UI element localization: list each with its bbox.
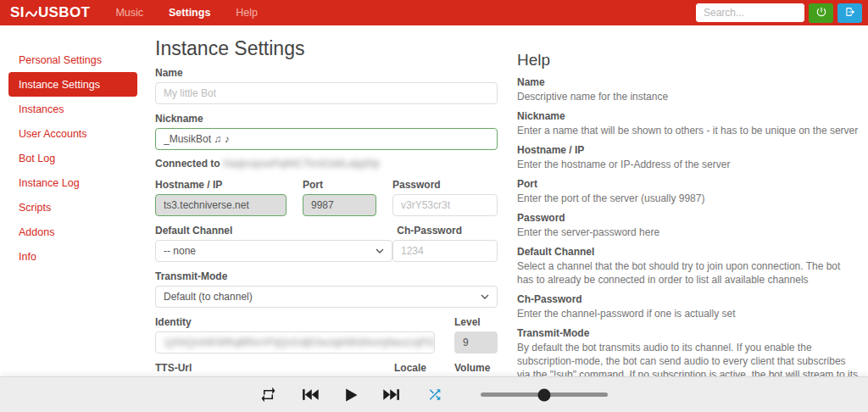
help-term: Port [517, 178, 860, 190]
power-icon [815, 6, 827, 20]
host-port-password-labels: Hostname / IP Port Password [155, 170, 498, 191]
play-icon [342, 387, 359, 404]
default-channel-select[interactable]: -- none [155, 240, 392, 262]
menu-item-music[interactable]: Music [115, 7, 143, 19]
repeat-icon [260, 387, 276, 403]
host-port-password-inputs [155, 191, 498, 216]
help-term: Transmit-Mode [517, 327, 860, 339]
sidebar-item-addons[interactable]: Addons [8, 220, 137, 244]
logout-button[interactable] [837, 3, 862, 23]
play-button[interactable] [342, 387, 359, 404]
volume-slider-thumb[interactable] [538, 388, 551, 401]
nickname-label: Nickname [155, 113, 498, 125]
app-logo[interactable]: SI USBOT [0, 4, 103, 21]
transmit-mode-label: Transmit-Mode [155, 270, 498, 282]
help-desc: Enter a name that will be shown to other… [517, 124, 860, 137]
page-title: Instance Settings [155, 37, 498, 60]
default-channel-selected-value: -- none [164, 245, 196, 257]
name-input[interactable] [155, 82, 498, 104]
help-term: Default Channel [517, 246, 860, 258]
sidebar: Personal Settings Instance Settings Inst… [0, 25, 144, 269]
nickname-input[interactable] [155, 128, 498, 150]
help-desc: Descriptive name for the instance [517, 90, 860, 103]
main-menu: Music Settings Help [115, 7, 258, 19]
help-term: Hostname / IP [517, 144, 860, 156]
help-desc: Enter the channel-password if one is act… [517, 307, 860, 320]
identity-level-inputs: 1jXNQmNKWRqBfNvVFtjQvG4jE0wJqbNKbNvmjNwu… [155, 328, 498, 354]
help-panel: Help Name Descriptive name for the insta… [517, 25, 860, 395]
volume-slider[interactable] [481, 388, 608, 402]
power-button[interactable] [809, 3, 833, 23]
port-label: Port [303, 179, 376, 191]
help-term: Name [517, 76, 860, 88]
tts-url-label: TTS-Url [155, 362, 394, 374]
sidebar-item-instances[interactable]: Instances [8, 97, 137, 121]
sidebar-item-personal-settings[interactable]: Personal Settings [8, 47, 137, 72]
repeat-button[interactable] [260, 387, 276, 403]
navbar: SI USBOT Music Settings Help [0, 0, 868, 25]
ch-password-label: Ch-Password [397, 225, 498, 237]
volume-label: Volume [454, 362, 498, 374]
locale-label: Locale [394, 362, 454, 374]
shuffle-icon [426, 387, 444, 403]
channel-inputs: -- none [155, 237, 498, 262]
identity-input[interactable]: 1jXNQmNKWRqBfNvVFtjQvG4jE0wJqbNKbNvmjNwu… [155, 331, 435, 354]
transmit-mode-select[interactable]: Default (to channel) [155, 286, 498, 308]
identity-level-labels: Identity Level [155, 308, 498, 328]
help-desc: Enter the port of the server (usually 99… [517, 192, 860, 205]
tts-locale-volume-labels: TTS-Url Locale Volume [155, 354, 498, 374]
navbar-right [696, 3, 868, 23]
sign-out-icon [844, 6, 856, 20]
sidebar-item-scripts[interactable]: Scripts [8, 195, 137, 220]
next-button[interactable] [382, 387, 403, 403]
sidebar-item-user-accounts[interactable]: User Accounts [8, 121, 137, 146]
ch-password-input[interactable] [392, 240, 498, 262]
instance-settings-form: Instance Settings Name Nickname Connecte… [155, 25, 498, 374]
player-bar [0, 376, 868, 412]
logo-text-suffix: USBOT [38, 4, 91, 21]
password-label: Password [392, 179, 498, 191]
previous-track-icon [299, 387, 320, 403]
previous-button[interactable] [299, 387, 320, 403]
identity-value-redacted: 1jXNQmNKWRqBfNvVFtjQvG4jE0wJqbNKbNvmjNwu… [164, 337, 435, 348]
sidebar-item-instance-log[interactable]: Instance Log [8, 170, 137, 195]
level-label: Level [454, 316, 498, 328]
next-track-icon [382, 387, 403, 403]
password-input[interactable] [392, 194, 498, 216]
sine-wave-icon [25, 8, 37, 19]
shuffle-button[interactable] [426, 387, 444, 403]
help-desc: Enter the server-password here [517, 225, 860, 239]
port-input[interactable] [303, 194, 376, 216]
connected-to-line: Connected to HaqkvqiswPqtMCTkntGddLatjqt… [155, 158, 498, 170]
help-term: Password [517, 212, 860, 224]
search-input[interactable] [696, 3, 804, 22]
chevron-down-icon [376, 245, 384, 257]
connected-to-label: Connected to [155, 158, 220, 170]
menu-item-help[interactable]: Help [236, 7, 258, 19]
help-desc: Select a channel that the bot should try… [517, 259, 860, 287]
default-channel-label: Default Channel [155, 225, 397, 237]
hostname-label: Hostname / IP [155, 179, 287, 191]
connected-server-redacted: HaqkvqiswPqtMCTkntGddLatjqtNjr [223, 158, 380, 170]
help-term: Ch-Password [517, 293, 860, 305]
logo-text-prefix: SI [10, 4, 25, 21]
sidebar-item-bot-log[interactable]: Bot Log [8, 146, 137, 170]
menu-item-settings[interactable]: Settings [169, 7, 210, 19]
help-title: Help [517, 51, 860, 70]
transmit-mode-selected-value: Default (to channel) [164, 291, 253, 303]
sidebar-item-info[interactable]: Info [8, 244, 137, 269]
sidebar-item-instance-settings[interactable]: Instance Settings [8, 72, 137, 97]
name-label: Name [155, 67, 498, 79]
help-desc: Enter the hostname or IP-Address of the … [517, 158, 860, 171]
level-input[interactable] [454, 331, 498, 354]
identity-label: Identity [155, 316, 435, 328]
channel-labels: Default Channel Ch-Password [155, 216, 498, 237]
help-term: Nickname [517, 110, 860, 122]
chevron-down-icon [481, 291, 489, 303]
hostname-input[interactable] [155, 194, 287, 216]
